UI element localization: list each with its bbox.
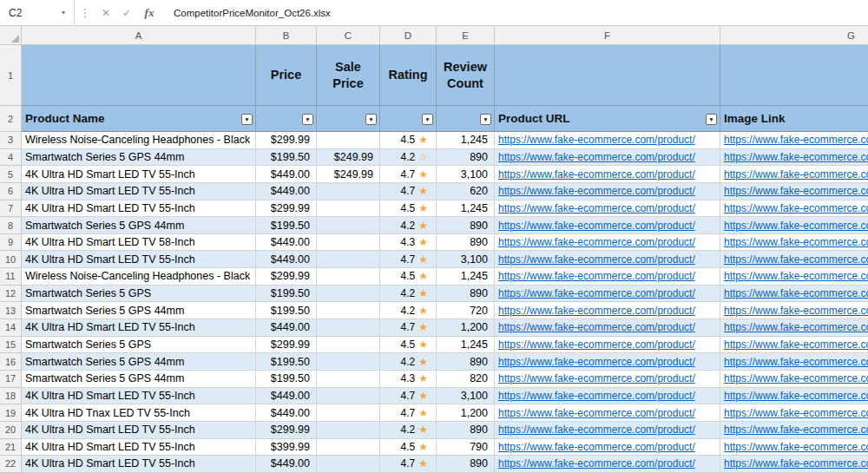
cell-g1[interactable] [720, 45, 868, 106]
cell-product-name[interactable]: 4K Ultra HD Smart LED TV 55-Inch [22, 166, 256, 183]
cell-price[interactable]: $299.99 [256, 268, 317, 286]
image-url-link[interactable]: https://www.fake-ecommerce.com/ [724, 168, 868, 181]
cell-price[interactable]: $199.50 [256, 371, 317, 388]
cell-price[interactable]: $449.00 [256, 456, 317, 473]
image-url-link[interactable]: https://www.fake-ecommerce.com/ [724, 134, 868, 146]
cell-sale-price[interactable] [317, 353, 380, 371]
header-product-name[interactable]: Product Name ▼ [22, 106, 256, 132]
cell-product-name[interactable]: 4K Ultra HD Smart LED TV 55-Inch [22, 388, 256, 405]
row-header-13[interactable]: 13 [0, 302, 22, 319]
cell-product-url[interactable]: https://www.fake-ecommerce.com/product/ [495, 183, 720, 200]
cell-product-name[interactable]: Smartwatch Series 5 GPS 44mm [22, 217, 256, 234]
filter-button-product-name[interactable]: ▼ [241, 114, 253, 125]
product-url-link[interactable]: https://www.fake-ecommerce.com/product/ [498, 321, 695, 333]
row-header-17[interactable]: 17 [0, 371, 22, 388]
row-header-5[interactable]: 5 [0, 166, 22, 183]
cell-review-count[interactable]: 890 [437, 353, 495, 371]
image-url-link[interactable]: https://www.fake-ecommerce.com/ [724, 305, 868, 317]
cell-rating[interactable]: 4.5★ [380, 439, 437, 457]
cell-review-count[interactable]: 890 [437, 286, 495, 303]
cell-price[interactable]: $199.50 [256, 149, 317, 167]
cell-review-count[interactable]: 890 [437, 234, 495, 252]
cell-sale-price[interactable] [317, 251, 380, 268]
cell-review-count[interactable]: 1,200 [437, 404, 495, 422]
cell-product-name[interactable]: Smartwatch Series 5 GPS 44mm [22, 371, 256, 388]
cell-review-count[interactable]: 720 [437, 302, 495, 319]
cell-image-link[interactable]: https://www.fake-ecommerce.com/ [720, 456, 868, 473]
column-header-b[interactable]: B [256, 26, 317, 44]
row-header-2[interactable]: 2 [0, 106, 22, 132]
cell-review-count[interactable]: 890 [437, 422, 495, 439]
cell-rating[interactable]: 4.7★ [380, 456, 437, 473]
cell-product-url[interactable]: https://www.fake-ecommerce.com/product/ [495, 353, 720, 371]
cell-price[interactable]: $399.99 [256, 439, 317, 457]
row-header-11[interactable]: 11 [0, 268, 22, 286]
cell-image-link[interactable]: https://www.fake-ecommerce.com/ [720, 183, 868, 200]
cell-sale-price[interactable] [317, 319, 380, 337]
cell-price[interactable]: $449.00 [256, 234, 317, 252]
cell-product-url[interactable]: https://www.fake-ecommerce.com/product/ [495, 200, 720, 218]
cell-price[interactable]: $449.00 [256, 319, 317, 337]
row-header-21[interactable]: 21 [0, 439, 22, 457]
row-header-6[interactable]: 6 [0, 183, 22, 200]
cell-price[interactable]: $299.99 [256, 422, 317, 439]
cell-sale-price[interactable] [317, 371, 380, 388]
cell-review-count[interactable]: 620 [437, 183, 495, 200]
cell-rating[interactable]: 4.5★ [380, 132, 437, 149]
header-image-link[interactable]: Image Link [720, 106, 868, 132]
row-header-19[interactable]: 19 [0, 404, 22, 422]
product-url-link[interactable]: https://www.fake-ecommerce.com/product/ [498, 356, 695, 368]
cell-rating[interactable]: 4.2★ [380, 217, 437, 234]
cell-product-url[interactable]: https://www.fake-ecommerce.com/product/ [495, 132, 720, 149]
cell-rating[interactable]: 4.7★ [380, 319, 437, 337]
cell-image-link[interactable]: https://www.fake-ecommerce.com/ [720, 337, 868, 354]
cell-price[interactable]: $299.99 [256, 200, 317, 218]
cell-product-name[interactable]: Wireless Noise-Canceling Headphones - Bl… [22, 268, 256, 286]
cell-rating[interactable]: 4.3★ [380, 371, 437, 388]
cell-product-url[interactable]: https://www.fake-ecommerce.com/product/ [495, 149, 720, 167]
image-url-link[interactable]: https://www.fake-ecommerce.com/ [724, 236, 868, 248]
column-header-g[interactable]: G [720, 26, 868, 44]
cell-product-name[interactable]: Smartwatch Series 5 GPS [22, 286, 256, 303]
cell-sale-price[interactable] [317, 456, 380, 473]
cell-product-name[interactable]: 4K Ultra HD Smart LED TV 55-Inch [22, 200, 256, 218]
product-url-link[interactable]: https://www.fake-ecommerce.com/product/ [498, 407, 695, 419]
cell-sale-price[interactable] [317, 388, 380, 405]
cell-image-link[interactable]: https://www.fake-ecommerce.com/ [720, 217, 868, 234]
cell-product-url[interactable]: https://www.fake-ecommerce.com/product/ [495, 422, 720, 439]
product-url-link[interactable]: https://www.fake-ecommerce.com/product/ [498, 390, 695, 402]
cell-product-name[interactable]: 4K Ultra HD Tnax LED TV 55-Inch [22, 404, 256, 422]
product-url-link[interactable]: https://www.fake-ecommerce.com/product/ [498, 236, 695, 248]
cell-product-url[interactable]: https://www.fake-ecommerce.com/product/ [495, 337, 720, 354]
product-url-link[interactable]: https://www.fake-ecommerce.com/product/ [498, 168, 695, 181]
image-url-link[interactable]: https://www.fake-ecommerce.com/ [724, 338, 868, 351]
cell-image-link[interactable]: https://www.fake-ecommerce.com/ [720, 149, 868, 167]
image-url-link[interactable]: https://www.fake-ecommerce.com/ [724, 151, 868, 163]
cell-a1[interactable] [22, 45, 256, 106]
cell-product-url[interactable]: https://www.fake-ecommerce.com/product/ [495, 319, 720, 337]
cell-price[interactable]: $199.50 [256, 286, 317, 303]
product-url-link[interactable]: https://www.fake-ecommerce.com/product/ [498, 338, 695, 351]
product-url-link[interactable]: https://www.fake-ecommerce.com/product/ [498, 202, 695, 214]
cell-review-count[interactable]: 1,245 [437, 132, 495, 149]
image-url-link[interactable]: https://www.fake-ecommerce.com/ [724, 287, 868, 299]
cell-image-link[interactable]: https://www.fake-ecommerce.com/ [720, 404, 868, 422]
cell-image-link[interactable]: https://www.fake-ecommerce.com/ [720, 319, 868, 337]
cell-rating[interactable]: 4.7★ [380, 251, 437, 268]
column-header-d[interactable]: D [380, 26, 437, 44]
cell-rating[interactable]: 4.2☆ [380, 149, 437, 167]
header-review-count[interactable]: Review Count [437, 45, 495, 106]
cell-rating[interactable]: 4.2★ [380, 302, 437, 319]
cell-b2[interactable]: ▼ [256, 106, 317, 132]
cell-product-url[interactable]: https://www.fake-ecommerce.com/product/ [495, 404, 720, 422]
image-url-link[interactable]: https://www.fake-ecommerce.com/ [724, 270, 868, 282]
cell-product-url[interactable]: https://www.fake-ecommerce.com/product/ [495, 251, 720, 268]
cell-product-name[interactable]: Smartwatch Series 5 GPS 44mm [22, 149, 256, 167]
select-all-corner[interactable] [0, 26, 22, 44]
cell-sale-price[interactable] [317, 286, 380, 303]
insert-function-icon[interactable]: fx [137, 6, 161, 20]
cell-product-name[interactable]: 4K Ultra HD Smart LED TV 55-Inch [22, 319, 256, 337]
formula-input[interactable]: CompetitorPriceMonitor_Oct26.xlsx [174, 8, 331, 18]
row-header-9[interactable]: 9 [0, 234, 22, 252]
cell-image-link[interactable]: https://www.fake-ecommerce.com/ [720, 302, 868, 319]
